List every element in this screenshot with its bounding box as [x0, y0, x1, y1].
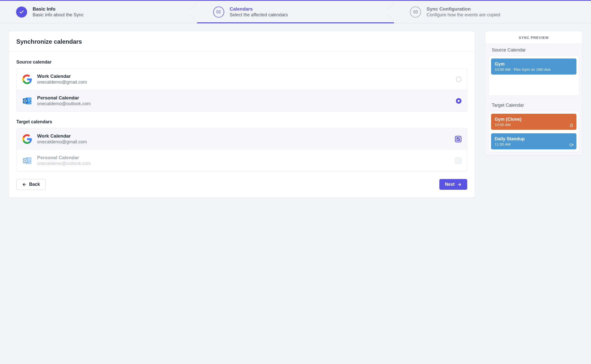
step-badge-todo: 03 [410, 7, 421, 18]
preview-source-section: Source Calendar Gym 10:00 AM · Flex Gym … [485, 44, 582, 99]
outlook-icon [22, 96, 32, 106]
radio-unchecked[interactable] [456, 77, 461, 82]
preview-source-label: Source Calendar [485, 44, 582, 56]
calendar-name: Personal Calendar [37, 95, 451, 101]
step-calendars[interactable]: 02 Calendars Select the affected calenda… [197, 1, 394, 23]
event-title: Daily Standup [495, 136, 573, 142]
google-icon [22, 74, 32, 84]
arrow-right-icon [457, 182, 462, 187]
calendar-name: Work Calendar [37, 74, 451, 79]
target-calendar-outlook: Personal Calendar onecaldemo@outlook.com [17, 150, 467, 171]
svg-rect-10 [570, 125, 573, 127]
event-card: Gym (Clone) 10:00 AM [491, 114, 576, 130]
source-calendar-google[interactable]: Work Calendar onecaldemo@gmail.com [17, 69, 467, 90]
step-subtitle: Select the affected calendars [230, 12, 288, 18]
step-subtitle: Configure how the events are copied [427, 12, 500, 18]
event-title: Gym (Clone) [495, 117, 573, 122]
event-card: Gym 10:00 AM · Flex Gym on 16th Ave [491, 58, 576, 75]
wizard-stepper: Basic Info Basic info about the Sync 02 … [0, 1, 591, 23]
lock-icon [569, 123, 573, 127]
calendar-email: onecaldemo@gmail.com [37, 80, 451, 85]
video-icon [569, 143, 573, 147]
source-calendar-list: Work Calendar onecaldemo@gmail.com Perso… [16, 68, 467, 112]
step-title: Sync Configuration [427, 6, 500, 12]
step-badge-active: 02 [213, 7, 224, 18]
step-sync-config[interactable]: 03 Sync Configuration Configure how the … [394, 1, 591, 23]
calendar-email: onecaldemo@outlook.com [37, 161, 450, 166]
event-subtitle: 10:00 AM [495, 123, 573, 127]
svg-rect-2 [23, 98, 27, 103]
next-button-label: Next [445, 182, 455, 187]
preview-target-label: Target Calendar [485, 99, 582, 111]
preview-panel: SYNC PREVIEW Source Calendar Gym 10:00 A… [485, 31, 582, 156]
calendar-email: onecaldemo@outlook.com [37, 101, 451, 106]
step-basic-info[interactable]: Basic Info Basic info about the Sync [0, 1, 197, 23]
preview-target-section: Target Calendar Gym (Clone) 10:00 AM Dai… [485, 99, 582, 155]
target-section-label: Target calendars [16, 119, 467, 125]
target-calendar-google[interactable]: Work Calendar onecaldemo@gmail.com [17, 128, 467, 150]
arrow-left-icon [22, 182, 27, 187]
step-title: Basic Info [33, 6, 84, 12]
back-button-label: Back [29, 182, 40, 187]
svg-rect-11 [570, 144, 572, 146]
calendar-name: Work Calendar [37, 133, 450, 139]
source-section-label: Source calendar [16, 59, 467, 65]
google-icon [22, 134, 32, 144]
preview-title: SYNC PREVIEW [485, 31, 582, 44]
calendar-name: Personal Calendar [37, 155, 450, 160]
back-button[interactable]: Back [16, 179, 46, 190]
event-title: Gym [495, 62, 573, 67]
event-subtitle: 10:00 AM · Flex Gym on 16th Ave [495, 67, 573, 72]
checkbox-disabled [455, 157, 461, 164]
panel-title: Synchronize calendars [9, 31, 475, 52]
event-card: Daily Standup 11:00 AM [491, 133, 576, 149]
target-calendar-list: Work Calendar onecaldemo@gmail.com Perso… [16, 128, 467, 171]
svg-rect-6 [23, 158, 27, 163]
event-subtitle: 11:00 AM [495, 142, 573, 146]
main-panel: Synchronize calendars Source calendar Wo… [9, 31, 475, 198]
outlook-icon [22, 156, 32, 166]
step-subtitle: Basic info about the Sync [33, 12, 84, 18]
radio-checked[interactable] [456, 98, 461, 104]
next-button[interactable]: Next [439, 179, 467, 190]
check-icon [19, 10, 24, 15]
step-title: Calendars [230, 6, 288, 12]
check-icon [456, 137, 460, 141]
source-calendar-outlook[interactable]: Personal Calendar onecaldemo@outlook.com [17, 90, 467, 111]
checkbox-checked[interactable] [455, 136, 461, 142]
step-badge-done [16, 7, 27, 18]
calendar-email: onecaldemo@gmail.com [37, 139, 450, 145]
